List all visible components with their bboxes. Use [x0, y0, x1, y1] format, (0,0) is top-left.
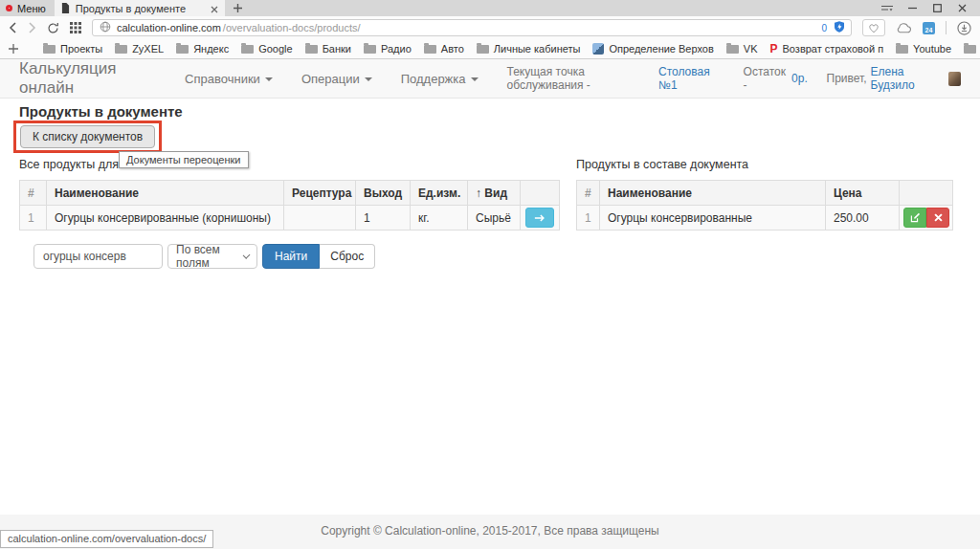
- nav-operations[interactable]: Операции: [301, 72, 372, 86]
- tab-menu-icon[interactable]: [875, 0, 900, 16]
- chevron-down-icon: [471, 77, 479, 81]
- service-point-link[interactable]: Столовая №1: [658, 65, 724, 92]
- table-header-row: # Наименование Рецептура Выход Ед.изм. ↑…: [20, 181, 560, 206]
- folder-icon: [176, 45, 189, 54]
- bookmark-heart-icon[interactable]: [862, 19, 885, 36]
- price-cell: 250.00: [826, 206, 900, 231]
- col-header-actions: [521, 181, 560, 206]
- col-header-num: #: [577, 181, 600, 206]
- col-header-kind[interactable]: ↑ Вид: [468, 181, 521, 206]
- col-header-price[interactable]: Цена: [826, 181, 900, 206]
- bookmark-item[interactable]: Google: [241, 43, 292, 55]
- balance-label: Остаток -: [744, 65, 788, 92]
- user-profile-link[interactable]: Елена Будзило: [871, 65, 944, 92]
- browser-window: Меню Продукты в документе calculation-on…: [0, 0, 980, 549]
- browser-tab-bar: Меню Продукты в документе: [0, 0, 980, 16]
- forward-icon[interactable]: [28, 22, 36, 33]
- shield-icon[interactable]: [835, 21, 844, 34]
- extension-icon[interactable]: 24: [923, 22, 935, 34]
- site-favicon-icon: [592, 43, 604, 55]
- tab-title: Продукты в документе: [76, 3, 205, 14]
- new-tab-button[interactable]: [233, 3, 243, 13]
- back-to-documents-button[interactable]: К списку документов: [20, 125, 155, 148]
- nav-support[interactable]: Поддержка: [401, 72, 479, 86]
- service-point-label: Текущая точка обслуживания -: [507, 65, 656, 92]
- add-bookmark-icon[interactable]: [9, 44, 18, 54]
- opera-logo-icon: [6, 5, 12, 11]
- window-controls: [875, 0, 980, 16]
- app-navbar: Калькуляция онлайн Справочники Операции …: [0, 59, 980, 99]
- bookmark-item[interactable]: PВозврат страховой п: [770, 42, 884, 55]
- folder-icon: [424, 45, 436, 54]
- folder-icon: [726, 45, 739, 54]
- bookmark-item[interactable]: Личные кабинеты: [477, 43, 581, 55]
- browser-tab[interactable]: Продукты в документе: [55, 0, 225, 16]
- bookmark-item[interactable]: Определение Верхов: [592, 43, 713, 55]
- chevron-down-icon: [265, 77, 273, 81]
- address-bar[interactable]: calculation-online.com/overvaluation-doc…: [92, 19, 852, 36]
- right-panel-title: Продукты в составе документа: [576, 158, 952, 171]
- balance-link[interactable]: 0р.: [791, 72, 808, 85]
- edit-product-button[interactable]: [903, 208, 926, 228]
- avatar[interactable]: [948, 72, 961, 86]
- p-letter-icon: P: [770, 42, 778, 55]
- delete-product-button[interactable]: [926, 208, 949, 228]
- opera-menu-button[interactable]: Меню: [0, 0, 55, 16]
- col-header-recipe[interactable]: Рецептура: [284, 181, 356, 206]
- annotation-highlight-box: К списку документов: [13, 121, 162, 153]
- product-name-cell: Огурцы консервированные: [600, 206, 826, 231]
- back-icon[interactable]: [9, 22, 17, 33]
- maximize-button[interactable]: [924, 0, 949, 16]
- col-header-num: #: [20, 181, 47, 206]
- col-header-name[interactable]: Наименование: [47, 181, 284, 206]
- minimize-button[interactable]: [900, 0, 924, 16]
- page-title: Продукты в документе: [19, 103, 961, 120]
- folder-icon: [305, 45, 318, 54]
- folder-icon: [477, 45, 489, 54]
- bookmark-item[interactable]: Youtube: [896, 43, 951, 55]
- greeting-label: Привет,: [827, 72, 867, 85]
- tab-close-icon[interactable]: [211, 0, 218, 17]
- col-header-output[interactable]: Выход: [356, 181, 411, 206]
- col-header-unit[interactable]: Ед.изм.: [411, 181, 468, 206]
- search-input[interactable]: [33, 244, 163, 269]
- tooltip: Документы переоценки: [119, 151, 249, 168]
- col-header-name[interactable]: Наименование: [600, 181, 826, 206]
- find-button[interactable]: Найти: [262, 244, 320, 269]
- add-product-button[interactable]: [525, 208, 554, 228]
- status-url: calculation-online.com/overvaluation-doc…: [0, 530, 213, 548]
- bookmark-item[interactable]: ZyXEL: [115, 43, 164, 55]
- bookmark-item[interactable]: Яндекс: [176, 43, 229, 55]
- nav-directories[interactable]: Справочники: [185, 72, 273, 86]
- bookmark-item[interactable]: Радио: [364, 43, 412, 55]
- close-button[interactable]: [949, 0, 974, 16]
- col-header-actions: [900, 181, 953, 206]
- folder-icon: [115, 45, 127, 54]
- document-products-table: # Наименование Цена 1 Огурцы консервиров…: [576, 180, 953, 231]
- folder-icon: [896, 45, 908, 54]
- table-row: 1 Огурцы консервированные (корнишоны) 1 …: [20, 206, 560, 231]
- sync-cloud-icon[interactable]: [896, 23, 912, 33]
- bookmark-item[interactable]: Ali: [964, 43, 980, 55]
- search-products-panel: Все продукты для пои # Наименование Реце…: [19, 158, 559, 269]
- left-panel-title: Все продукты для пои: [19, 158, 559, 171]
- bookmark-item[interactable]: Банки: [305, 43, 351, 55]
- url-path: /overvaluation-docs/products/: [223, 22, 361, 33]
- search-scope-select[interactable]: По всем полям: [167, 244, 257, 269]
- reset-button[interactable]: Сброс: [320, 244, 375, 269]
- app-brand[interactable]: Калькуляция онлайн: [19, 59, 162, 98]
- products-search-table: # Наименование Рецептура Выход Ед.изм. ↑…: [19, 180, 560, 231]
- browser-toolbar: calculation-online.com/overvaluation-doc…: [0, 16, 980, 39]
- speed-dial-icon[interactable]: [70, 22, 81, 33]
- folder-icon: [241, 45, 254, 54]
- folder-icon: [964, 45, 976, 54]
- product-name-cell: Огурцы консервированные (корнишоны): [47, 206, 284, 231]
- bookmark-item[interactable]: Авто: [424, 43, 464, 55]
- bookmark-item[interactable]: Проекты: [43, 43, 102, 55]
- downloads-icon[interactable]: [957, 21, 971, 35]
- page-favicon-icon: [61, 0, 70, 17]
- reload-icon[interactable]: [47, 22, 59, 34]
- bookmark-item[interactable]: VK: [726, 43, 758, 55]
- bookmarks-bar: Проекты ZyXEL Яндекс Google Банки Радио …: [0, 39, 980, 59]
- chevron-down-icon: [365, 77, 372, 81]
